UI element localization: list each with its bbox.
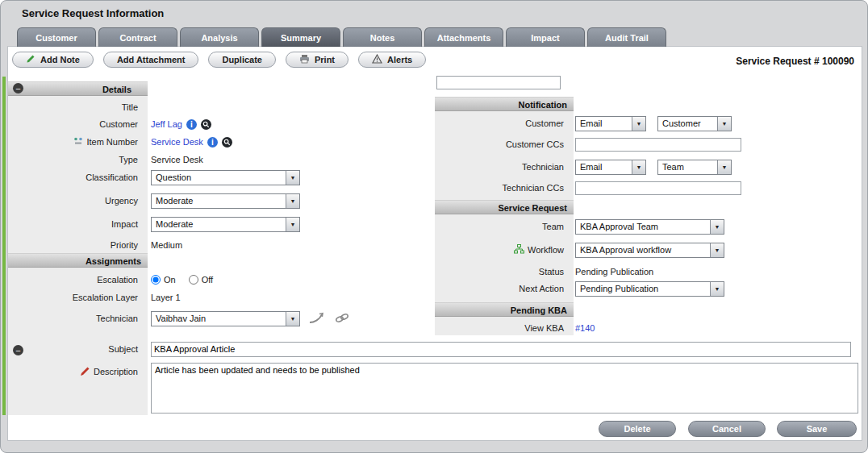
chevron-down-icon[interactable]: ▼ [286,194,299,208]
request-number: Service Request # 100090 [736,56,854,67]
escalation-row: Escalation On Off [8,272,213,288]
workflow-value: KBA Approval workflow [580,245,671,255]
customer-info-icon[interactable]: i [186,119,197,130]
technician-ccs-input[interactable] [575,181,741,195]
chevron-down-icon[interactable]: ▼ [717,117,731,131]
description-textarea[interactable]: Article has been updated and needs to be… [151,363,858,414]
view-kba-row: View KBA #140 [435,320,595,336]
customer-search-icon[interactable] [201,119,211,130]
chevron-down-icon[interactable]: ▼ [286,312,299,326]
type-value: Service Desk [151,155,203,164]
chevron-down-icon[interactable]: ▼ [710,282,724,296]
next-action-value: Pending Publication [580,284,658,293]
technician-ccs-row: Technician CCs [435,180,741,196]
subject-row: Subject [8,341,851,357]
chevron-down-icon[interactable]: ▼ [286,171,299,185]
warning-triangle-icon [372,54,382,65]
add-attachment-button[interactable]: Add Attachment [103,52,199,68]
tab-attachments[interactable]: Attachments [424,27,503,47]
technician-recipient-select[interactable]: Team ▼ [657,160,732,175]
team-label: Team [435,222,569,231]
team-select[interactable]: KBA Approval Team ▼ [575,219,724,235]
customer-ccs-row: Customer CCs [435,136,741,152]
save-button[interactable]: Save [777,421,857,437]
customer-recipient-select[interactable]: Customer ▼ [657,116,732,131]
item-number-label: Item Number [86,137,138,147]
collapse-details-icon[interactable]: − [13,83,23,94]
technician-method-value: Email [580,162,603,172]
item-info-icon[interactable]: i [207,137,218,148]
tab-audit-trail[interactable]: Audit Trail [587,27,666,47]
title-label: Title [8,102,143,112]
description-label: Description [94,367,138,376]
customer-recipient-value: Customer [662,118,701,128]
classification-select[interactable]: Question ▼ [151,170,300,185]
chevron-down-icon[interactable]: ▼ [717,160,731,174]
add-note-button[interactable]: Add Note [12,52,94,68]
workflow-select[interactable]: KBA Approval workflow ▼ [575,243,724,258]
quick-search-input[interactable] [436,76,561,89]
green-accent-bar [2,77,6,415]
escalation-off-label: Off [202,275,213,285]
service-request-window: Service Request Information Customer Con… [0,0,868,453]
escalation-on-radio[interactable]: On [151,275,176,285]
technician-recipient-value: Team [662,162,684,172]
print-button[interactable]: Print [286,52,348,68]
tab-notes[interactable]: Notes [343,27,422,47]
chevron-down-icon[interactable]: ▼ [710,220,724,234]
technician-value: Vaibhav Jain [156,314,206,323]
workflow-icon [514,244,524,256]
impact-select[interactable]: Moderate ▼ [151,217,300,232]
chain-link-icon[interactable] [334,312,350,326]
customer-method-value: Email [580,118,603,128]
status-row: Status Pending Publication [435,264,653,280]
customer-ccs-input[interactable] [575,138,741,152]
escalation-on-input[interactable] [151,275,161,285]
tab-analysis[interactable]: Analysis [180,27,259,47]
customer-link[interactable]: Jeff Lag [151,119,182,129]
tab-customer[interactable]: Customer [17,27,96,47]
curved-arrow-icon[interactable] [308,311,326,326]
alerts-button[interactable]: Alerts [358,52,426,68]
chevron-down-icon[interactable]: ▼ [632,117,645,131]
urgency-row: Urgency Moderate ▼ [8,193,300,209]
urgency-select[interactable]: Moderate ▼ [151,193,300,209]
collapse-subject-icon[interactable]: − [13,345,23,355]
tab-impact[interactable]: Impact [506,27,585,47]
priority-label: Priority [8,240,143,250]
impact-row: Impact Moderate ▼ [8,216,300,232]
view-kba-link[interactable]: #140 [575,323,595,333]
technician-method-select[interactable]: Email ▼ [575,160,646,175]
duplicate-button[interactable]: Duplicate [208,52,276,68]
tab-contract[interactable]: Contract [98,27,177,47]
technician-select[interactable]: Vaibhav Jain ▼ [151,311,300,326]
delete-button[interactable]: Delete [599,421,676,437]
urgency-value: Moderate [156,196,193,206]
technician-ccs-label: Technician CCs [435,183,569,193]
item-icon [73,136,83,148]
next-action-select[interactable]: Pending Publication ▼ [575,281,724,297]
subject-input[interactable] [151,342,851,357]
escalation-off-input[interactable] [189,275,198,285]
classification-row: Classification Question ▼ [8,169,300,185]
duplicate-label: Duplicate [222,55,262,64]
chevron-down-icon[interactable]: ▼ [286,218,299,231]
right-label-column [435,97,574,335]
item-number-row: Item Number Service Desk i [8,134,232,150]
item-search-icon[interactable] [222,137,232,148]
chevron-down-icon[interactable]: ▼ [710,243,724,257]
tab-summary[interactable]: Summary [261,27,340,47]
notification-header: Notification [435,97,574,111]
details-header: Details [8,81,148,96]
cancel-button[interactable]: Cancel [688,421,766,437]
customer-row: Customer Jeff Lag i [8,116,211,132]
next-action-label: Next Action [435,284,569,293]
escalation-layer-row: Escalation Layer Layer 1 [8,289,181,305]
item-number-link[interactable]: Service Desk [151,137,203,147]
customer-method-select[interactable]: Email ▼ [575,116,646,131]
escalation-off-radio[interactable]: Off [189,275,213,285]
pending-kba-header: Pending KBA [435,302,574,317]
escalation-layer-value: Layer 1 [151,293,181,302]
pencil-icon [80,366,90,378]
chevron-down-icon[interactable]: ▼ [632,160,645,174]
